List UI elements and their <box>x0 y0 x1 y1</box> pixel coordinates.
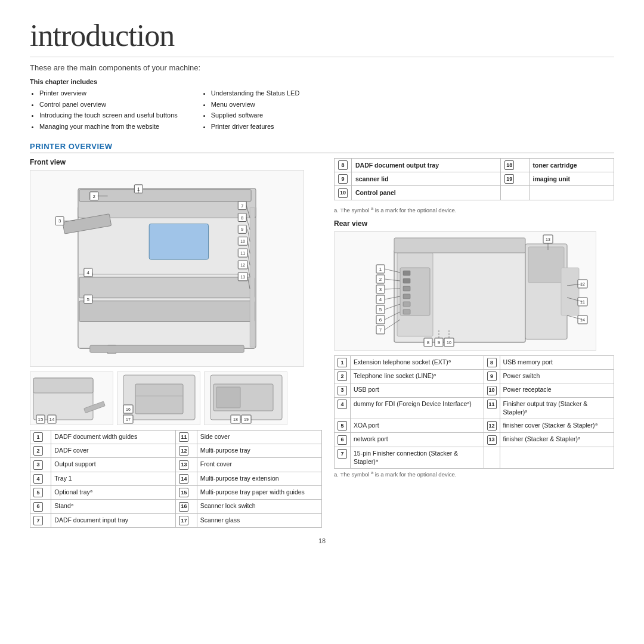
table-row: 3 Output support 13 Front cover <box>30 458 322 472</box>
svg-text:9: 9 <box>438 340 441 345</box>
rear-parts-table: 1 Extension telephone socket (EXT)ᵃ 8 US… <box>334 355 614 469</box>
rear-view-title: Rear view <box>334 219 614 228</box>
front-view-title: Front view <box>30 158 322 166</box>
table-row: 2 Telephone line socket (LINE)ᵃ 9 Power … <box>335 370 614 383</box>
chapter-includes-lists: Printer overview Control panel overview … <box>30 88 614 132</box>
num-badge: 15 <box>179 488 188 497</box>
small-diagrams-row: 14 15 16 17 <box>30 371 322 425</box>
svg-rect-78 <box>394 238 525 253</box>
label-cell: Power switch <box>500 370 614 383</box>
num-badge: 12 <box>487 421 497 431</box>
num-cell: 18 <box>501 158 529 172</box>
svg-text:7: 7 <box>241 203 244 208</box>
num-cell: 17 <box>176 513 197 527</box>
rear-printer-svg: 1 2 3 4 5 6 7 8 9 10 <box>335 232 596 351</box>
label-cell <box>500 447 614 468</box>
svg-text:2: 2 <box>379 277 382 282</box>
list-item: Introducing the touch screen and useful … <box>39 110 178 121</box>
component-table: 8 DADF document output tray 18 toner car… <box>334 158 614 200</box>
table-row: 4 Tray 1 14 Multi-purpose tray extension <box>30 472 322 485</box>
label-cell: DADF document output tray <box>352 158 501 172</box>
list-item: Printer overview <box>39 88 178 99</box>
svg-rect-80 <box>528 247 564 283</box>
num-badge: 6 <box>33 502 43 512</box>
num-badge: 4 <box>33 474 43 484</box>
label-cell: Power receptacle <box>500 383 614 397</box>
num-cell: 12 <box>176 444 197 458</box>
num-cell: 13 <box>176 458 197 472</box>
list-item: Menu overview <box>211 99 300 110</box>
num-badge: 5 <box>338 421 347 431</box>
list-item: Control panel overview <box>39 99 178 110</box>
num-cell: 13 <box>484 433 500 447</box>
svg-rect-72 <box>403 271 410 275</box>
num-cell <box>501 186 529 200</box>
svg-text:16: 16 <box>126 407 131 411</box>
svg-text:19: 19 <box>244 417 249 422</box>
label-cell: USB memory port <box>500 355 614 369</box>
label-cell <box>529 186 614 200</box>
chapter-includes-label: This chapter includes <box>30 78 614 85</box>
num-badge: 12 <box>179 446 188 456</box>
num-cell: 3 <box>30 458 51 472</box>
num-badge: 13 <box>179 460 188 470</box>
svg-text:1: 1 <box>379 267 382 272</box>
num-cell: 11 <box>484 397 500 419</box>
table-row: 5 Optional trayᵃ 15 Multi-purpose tray p… <box>30 485 322 499</box>
front-view-diagram: 1 2 3 4 5 6 7 8 <box>30 170 304 367</box>
label-cell: scanner lid <box>352 172 501 186</box>
num-cell: 1 <box>30 430 51 444</box>
svg-text:4: 4 <box>379 297 382 302</box>
label-cell: Side cover <box>197 430 321 444</box>
num-cell: 8 <box>335 158 352 172</box>
svg-rect-74 <box>403 286 410 291</box>
svg-rect-81 <box>561 268 579 315</box>
svg-text:12: 12 <box>240 263 245 267</box>
label-cell: Multi-purpose tray <box>197 444 321 458</box>
num-cell: 12 <box>484 419 500 433</box>
table-row: 3 USB port 10 Power receptacle <box>335 383 614 397</box>
table-row: 4 dummy for FDI (Foreign Device Interfac… <box>335 397 614 419</box>
table-row: 5 XOA port 12 finisher cover (Stacker & … <box>335 419 614 433</box>
svg-rect-64 <box>216 387 240 408</box>
svg-text:9: 9 <box>241 227 244 232</box>
subtitle: These are the main components of your ma… <box>30 63 614 72</box>
label-cell: Optional trayᵃ <box>51 485 176 499</box>
label-cell: Finisher output tray (Stacker & Stapler)… <box>500 397 614 419</box>
main-content: Front view <box>30 158 614 528</box>
label-cell: finisher (Stacker & Stapler)ᵃ <box>500 433 614 447</box>
label-cell: Telephone line socket (LINE)ᵃ <box>351 370 484 383</box>
num-cell: 10 <box>484 383 500 397</box>
svg-text:7: 7 <box>379 327 382 333</box>
num-cell: 5 <box>30 485 51 499</box>
svg-text:10: 10 <box>240 239 245 243</box>
svg-text:6: 6 <box>379 317 382 323</box>
num-cell: 9 <box>484 370 500 383</box>
left-chapter-list: Printer overview Control panel overview … <box>30 88 178 132</box>
label-cell: 15-pin Finisher connection (Stacker & St… <box>351 447 484 468</box>
label-cell: imaging unit <box>529 172 614 186</box>
table-row: 1 DADF document width guides 11 Side cov… <box>30 430 322 444</box>
component-row: 10 Control panel <box>335 186 614 200</box>
num-badge: 1 <box>338 358 347 367</box>
page-title: introduction <box>30 18 614 57</box>
num-badge: 16 <box>179 502 188 512</box>
num-badge: 18 <box>504 160 514 170</box>
num-badge: 3 <box>33 460 43 470</box>
label-cell: Extension telephone socket (EXT)ᵃ <box>351 355 484 369</box>
num-cell: 6 <box>30 500 51 513</box>
label-cell: Multi-purpose tray extension <box>197 472 321 485</box>
svg-rect-4 <box>79 277 255 298</box>
num-cell: 4 <box>30 472 51 485</box>
svg-rect-73 <box>403 278 410 283</box>
num-badge: 7 <box>33 516 43 525</box>
svg-text:13: 13 <box>240 275 245 279</box>
list-item: Understanding the Status LED <box>211 88 300 99</box>
num-cell: 8 <box>484 355 500 369</box>
svg-text:15: 15 <box>38 417 44 422</box>
num-badge: 9 <box>487 371 497 381</box>
label-cell: XOA port <box>351 419 484 433</box>
list-item: Supplied software <box>211 110 300 121</box>
rear-note: a. The symbol a is a mark for the option… <box>334 470 614 478</box>
num-cell: 9 <box>335 172 352 186</box>
